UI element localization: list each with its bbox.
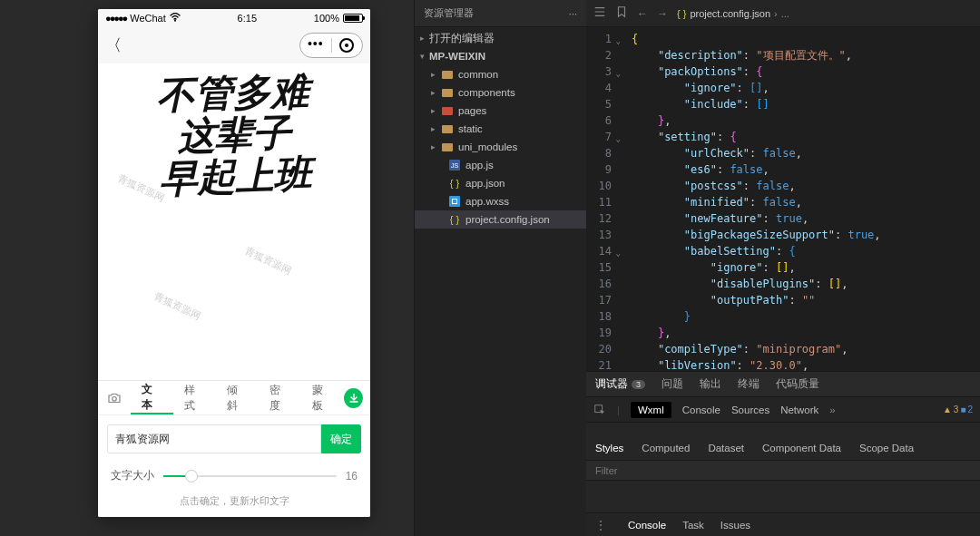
drawer-menu-icon[interactable]: ⋮ <box>595 519 606 531</box>
json-file-icon: { } <box>677 8 686 19</box>
watermark-input[interactable] <box>107 424 321 453</box>
tree-file-appjs[interactable]: JSapp.js <box>415 156 586 174</box>
styles-tabs: Styles Computed Dataset Component Data S… <box>586 435 980 461</box>
carrier-label: WeChat <box>130 13 166 24</box>
battery-icon <box>343 14 363 23</box>
stab-componentdata[interactable]: Component Data <box>762 443 841 453</box>
editor-tab-active[interactable]: { } project.config.json › ... <box>677 8 789 19</box>
subtab-network[interactable]: Network <box>780 404 818 415</box>
clock-label: 6:15 <box>238 13 257 24</box>
error-icon: ■ <box>960 404 965 414</box>
collapse-icon[interactable] <box>593 5 606 21</box>
warning-icon: ▲ <box>943 404 952 414</box>
signal-icon: ●●●●● <box>105 13 126 24</box>
tree-folder-static[interactable]: static <box>415 120 586 138</box>
bookmark-icon[interactable] <box>615 5 628 21</box>
camera-tab[interactable] <box>98 390 131 406</box>
fontsize-label: 文字大小 <box>111 468 154 483</box>
camera-icon <box>106 390 122 406</box>
tab-output[interactable]: 输出 <box>700 377 721 391</box>
back-icon[interactable]: 〈 <box>105 34 122 56</box>
stab-computed[interactable]: Computed <box>642 443 690 453</box>
watermark-canvas[interactable]: 不管多难 这辈子 早起上班 青狐资源网 青狐资源网 青狐资源网 <box>98 63 370 380</box>
devtools-sub-tabs: | Wxml Console Sources Network » ▲3 ■2 <box>586 397 980 423</box>
devtools-primary-tabs: 调试器 3 问题 输出 终端 代码质量 <box>586 372 980 397</box>
devtools-footer-tabs: ⋮ Console Task Issues <box>586 512 980 536</box>
explorer-more-icon[interactable]: ··· <box>569 8 577 19</box>
tree-folder-common[interactable]: common <box>415 65 586 83</box>
panel-tabs: 文本 样式 倾斜 密度 蒙板 <box>98 381 370 415</box>
download-button[interactable] <box>344 388 363 408</box>
breadcrumb-separator-icon: › <box>774 8 778 19</box>
explorer-pane: 资源管理器 ··· 打开的编辑器 MP-WEIXIN common compon… <box>414 0 586 536</box>
explorer-header: 资源管理器 ··· <box>415 0 586 27</box>
watermark-bg-text: 青狐资源网 <box>242 244 293 278</box>
subtab-sources[interactable]: Sources <box>731 404 769 415</box>
watermark-bg-text: 青狐资源网 <box>152 289 202 323</box>
tab-debugger[interactable]: 调试器 <box>595 377 628 391</box>
svg-point-1 <box>113 396 117 401</box>
tree-section-open-editors[interactable]: 打开的编辑器 <box>415 29 586 47</box>
panel-hint: 点击确定，更新水印文字 <box>98 489 370 517</box>
svg-point-0 <box>174 20 176 22</box>
tab-problems[interactable]: 问题 <box>662 377 683 391</box>
tree-folder-components[interactable]: components <box>415 83 586 102</box>
subtab-wxml[interactable]: Wxml <box>631 402 671 418</box>
phone-statusbar: ●●●●● WeChat 6:15 100% <box>98 9 370 27</box>
tree-folder-pages[interactable]: pages <box>415 102 586 120</box>
tab-style[interactable]: 样式 <box>173 381 216 414</box>
tab-codequality[interactable]: 代码质量 <box>776 377 819 391</box>
tab-terminal[interactable]: 终端 <box>738 377 760 391</box>
battery-pct: 100% <box>314 13 339 24</box>
nav-fwd-icon[interactable]: → <box>657 7 668 20</box>
fontsize-slider[interactable] <box>163 475 337 477</box>
status-counts: ▲3 ■2 <box>943 404 973 414</box>
watermark-text: 不管多难 这辈子 早起上班 <box>156 70 313 200</box>
ftab-task[interactable]: Task <box>682 520 704 531</box>
stab-styles[interactable]: Styles <box>595 443 623 453</box>
editor-tabbar: ← → { } project.config.json › ... <box>586 0 980 27</box>
code-area[interactable]: 1⌄23⌄4567⌄891011121314⌄1516171819202122 … <box>586 27 980 371</box>
simulator-pane: ●●●●● WeChat 6:15 100% 〈 ••• <box>0 0 414 536</box>
devtools-pane: 调试器 3 问题 输出 终端 代码质量 | Wxml Console Sourc… <box>586 371 980 536</box>
subtab-console[interactable]: Console <box>682 404 720 415</box>
stab-dataset[interactable]: Dataset <box>708 443 744 453</box>
tab-tilt[interactable]: 倾斜 <box>216 381 259 414</box>
overflow-icon[interactable]: » <box>829 404 835 415</box>
debugger-badge: 3 <box>632 380 645 389</box>
tab-mask[interactable]: 蒙板 <box>301 381 344 414</box>
line-gutter: 1⌄23⌄4567⌄891011121314⌄1516171819202122 <box>586 27 619 371</box>
stab-scopedata[interactable]: Scope Data <box>859 443 914 453</box>
tree-folder-uni-modules[interactable]: uni_modules <box>415 138 586 156</box>
tab-text[interactable]: 文本 <box>131 381 173 414</box>
slider-knob[interactable] <box>185 470 198 482</box>
phone-frame: ●●●●● WeChat 6:15 100% 〈 ••• <box>98 9 370 517</box>
tree-section-project[interactable]: MP-WEIXIN <box>415 47 586 65</box>
nav-back-icon[interactable]: ← <box>637 7 648 20</box>
wifi-icon <box>170 13 181 24</box>
file-tree: 打开的编辑器 MP-WEIXIN common components pages… <box>415 27 586 230</box>
tree-file-project-config[interactable]: { }project.config.json <box>415 210 586 229</box>
element-picker-icon[interactable] <box>593 404 606 416</box>
editor-pane: ← → { } project.config.json › ... 1⌄23⌄4… <box>586 0 980 536</box>
tab-density[interactable]: 密度 <box>259 381 301 414</box>
code-source[interactable]: { "description": "项目配置文件。", "packOptions… <box>619 27 980 371</box>
ftab-console[interactable]: Console <box>628 520 666 531</box>
download-icon <box>349 394 358 403</box>
ftab-issues[interactable]: Issues <box>720 520 750 531</box>
capsule-close-icon[interactable] <box>332 38 363 53</box>
filter-input[interactable]: Filter <box>595 465 617 476</box>
confirm-button[interactable]: 确定 <box>321 424 361 453</box>
control-panel: 文本 样式 倾斜 密度 蒙板 确定 文字大小 <box>98 380 370 517</box>
tree-file-appjson[interactable]: { }app.json <box>415 174 586 192</box>
phone-navbar: 〈 ••• <box>98 27 370 63</box>
fontsize-value: 16 <box>346 470 358 482</box>
capsule-menu[interactable]: ••• <box>299 33 363 58</box>
capsule-more-icon[interactable]: ••• <box>300 38 332 53</box>
tree-file-appwxss[interactable]: app.wxss <box>415 192 586 210</box>
